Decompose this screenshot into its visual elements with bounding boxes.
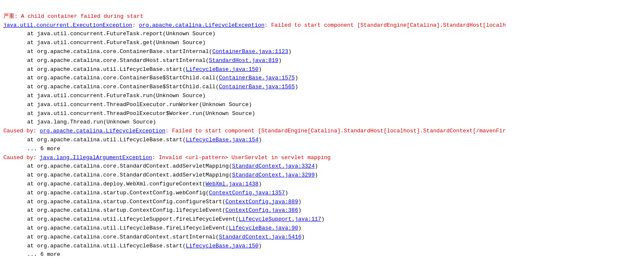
stack-link[interactable]: ContainerBase.java:1565 xyxy=(219,84,294,90)
stack-link[interactable]: LifecycleBase.java:150 xyxy=(186,66,258,73)
stack-line: at java.util.concurrent.ThreadPoolExecut… xyxy=(3,109,641,118)
stack-link[interactable]: ContextConfig.java:386 xyxy=(225,207,298,213)
stack-link[interactable]: ContainerBase.java:1123 xyxy=(212,48,288,55)
stack-line: at org.apache.catalina.startup.ContextCo… xyxy=(3,198,641,207)
stack-link[interactable]: LifecycleBase.java:90 xyxy=(229,225,298,231)
stack-link[interactable]: org.apache.catalina.LifecycleException xyxy=(40,128,165,134)
stack-line: at org.apache.catalina.core.ContainerBas… xyxy=(3,48,641,56)
stack-line: java.util.concurrent.ExecutionException:… xyxy=(3,21,641,30)
stack-line: at org.apache.catalina.deploy.WebXml.con… xyxy=(3,180,641,189)
stack-line: at org.apache.catalina.util.LifecycleSup… xyxy=(3,215,641,224)
stack-line: at org.apache.catalina.util.LifecycleBas… xyxy=(3,242,641,251)
stack-line: at org.apache.catalina.core.StandardCont… xyxy=(3,233,641,242)
stack-line: at org.apache.catalina.util.LifecycleBas… xyxy=(3,224,641,233)
stack-link[interactable]: LifecycleBase.java:154 xyxy=(186,137,258,143)
stack-line: Caused by: java.lang.IllegalArgumentExce… xyxy=(3,154,641,163)
stack-line: at org.apache.catalina.startup.ContextCo… xyxy=(3,189,641,198)
stack-link[interactable]: WebXml.java:1438 xyxy=(205,181,258,187)
stack-line: at java.util.concurrent.FutureTask.repor… xyxy=(3,30,641,39)
stack-link[interactable]: java.lang.IllegalArgumentException xyxy=(40,154,152,161)
stack-line: at org.apache.catalina.core.ContainerBas… xyxy=(3,83,641,92)
stack-link[interactable]: StandardContext.java:3299 xyxy=(232,172,315,178)
stack-line: at java.util.concurrent.ThreadPoolExecut… xyxy=(3,101,641,109)
stack-link[interactable]: LifecycleSupport.java:117 xyxy=(239,216,321,222)
stack-line: Caused by: org.apache.catalina.Lifecycle… xyxy=(3,127,641,136)
stack-link[interactable]: ContainerBase.java:1575 xyxy=(219,75,294,81)
stack-line: at org.apache.catalina.core.StandardCont… xyxy=(3,162,641,171)
stack-link[interactable]: ContextConfig.java:889 xyxy=(225,199,298,205)
stack-line: ... 6 more xyxy=(3,250,641,258)
stack-line: at java.util.concurrent.FutureTask.run(U… xyxy=(3,92,641,101)
stack-line: at java.lang.Thread.run(Unknown Source) xyxy=(3,118,641,127)
stack-link[interactable]: org.apache.catalina.LifecycleException xyxy=(139,22,264,28)
stack-line: ... 6 more xyxy=(3,145,641,154)
stack-line: at org.apache.catalina.util.LifecycleBas… xyxy=(3,65,641,74)
error-output: 严重: A child container failed during star… xyxy=(3,3,641,258)
stack-line: at org.apache.catalina.core.StandardCont… xyxy=(3,171,641,180)
stack-line: 严重: A child container failed during star… xyxy=(3,12,641,21)
stack-line: at org.apache.catalina.core.StandardHost… xyxy=(3,56,641,65)
stack-line: at org.apache.catalina.util.LifecycleBas… xyxy=(3,136,641,145)
stack-link[interactable]: StandardHost.java:819 xyxy=(209,57,278,64)
stack-link[interactable]: StandardContext.java:5416 xyxy=(219,234,301,240)
stack-line: at java.util.concurrent.FutureTask.get(U… xyxy=(3,39,641,48)
stack-line: at org.apache.catalina.startup.ContextCo… xyxy=(3,206,641,215)
stack-link[interactable]: StandardContext.java:3324 xyxy=(232,163,315,169)
stack-link[interactable]: LifecycleBase.java:150 xyxy=(186,243,258,249)
stack-link[interactable]: ContextConfig.java:1357 xyxy=(209,190,285,196)
stack-line: at org.apache.catalina.core.ContainerBas… xyxy=(3,74,641,83)
stack-link[interactable]: java.util.concurrent.ExecutionException xyxy=(3,22,132,28)
